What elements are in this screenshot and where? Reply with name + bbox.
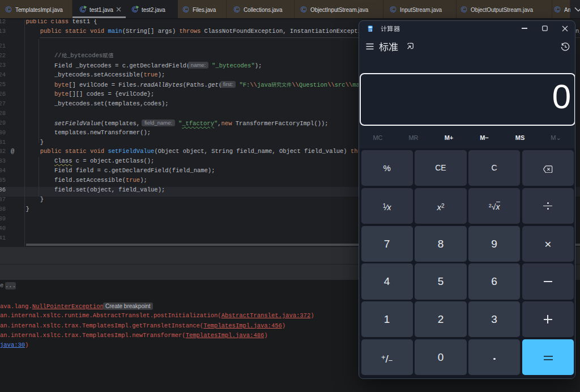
svg-text:©: ©: [461, 5, 467, 14]
svg-text:©: ©: [6, 5, 12, 14]
svg-text:©: ©: [234, 5, 240, 14]
svg-text:©: ©: [301, 5, 307, 14]
svg-text:©: ©: [390, 5, 396, 14]
svg-text:©: ©: [183, 5, 189, 14]
svg-text:©: ©: [555, 5, 561, 14]
